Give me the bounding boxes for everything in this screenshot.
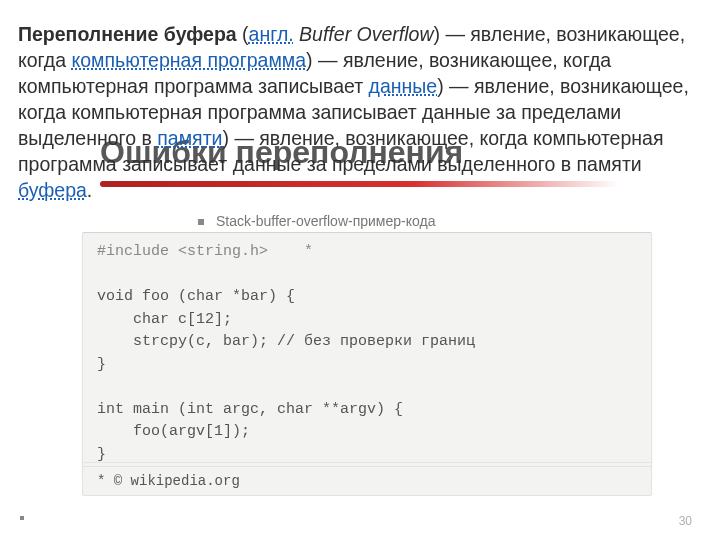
stack-hint-text: Stack-buffer-overflow-пример-кода — [216, 213, 435, 229]
bullet-icon — [198, 219, 204, 225]
code-block: #include <string.h> * void foo (char *ba… — [97, 241, 637, 466]
code-line-5: strcpy(c, bar); // без проверки границ — [97, 333, 475, 350]
decor-bullet — [20, 516, 24, 520]
code-line-1: #include <string.h> * — [97, 243, 313, 260]
link-memory[interactable]: памяти — [157, 127, 222, 149]
slide-root: Ошибки переполнения Stack-buffer-overflo… — [0, 0, 720, 540]
code-line-4: char c[12]; — [97, 311, 232, 328]
english-term: Buffer Overflow — [299, 23, 433, 45]
link-buffer[interactable]: буфера — [18, 179, 87, 201]
link-program[interactable]: компьютерная программа — [71, 49, 306, 71]
stack-hint: Stack-buffer-overflow-пример-кода — [198, 213, 435, 229]
page-number: 30 — [679, 514, 692, 528]
code-line-9: foo(argv[1]); — [97, 423, 250, 440]
code-card: #include <string.h> * void foo (char *ba… — [82, 232, 652, 479]
code-line-10: } — [97, 446, 106, 463]
code-line-3: void foo (char *bar) { — [97, 288, 295, 305]
attribution: * © wikipedia.org — [82, 466, 652, 496]
link-data[interactable]: данные — [369, 75, 438, 97]
code-line-6: } — [97, 356, 106, 373]
link-english[interactable]: англ. — [249, 23, 294, 45]
open-paren: ( — [237, 23, 249, 45]
code-line-8: int main (int argc, char **argv) { — [97, 401, 403, 418]
definition-paragraph: Переполнение буфера (англ. Buffer Overfl… — [18, 22, 690, 203]
term-bold: Переполнение буфера — [18, 23, 237, 45]
period: . — [87, 179, 92, 201]
